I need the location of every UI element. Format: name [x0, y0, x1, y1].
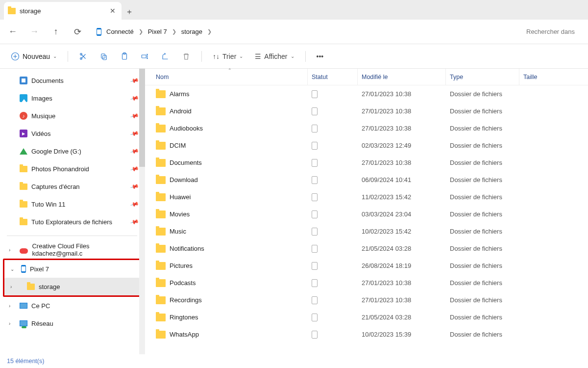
sidebar-item[interactable]: Vidéos📌	[3, 125, 141, 142]
expander-icon[interactable]: ›	[9, 247, 10, 253]
window-tab[interactable]: storage ✕	[4, 2, 122, 20]
file-name: DCIM	[170, 142, 186, 149]
copy-button[interactable]	[96, 49, 112, 64]
sidebar-item[interactable]: Images📌	[3, 89, 141, 107]
file-type: Dossier de fichiers	[450, 331, 502, 338]
folder-icon	[156, 228, 166, 236]
close-tab-icon[interactable]: ✕	[110, 7, 116, 15]
sidebar-item-label: Pixel 7	[30, 265, 49, 273]
back-button[interactable]: ←	[5, 24, 21, 40]
column-label: Statut	[312, 74, 328, 80]
breadcrumb[interactable]: Connecté ❯ Pixel 7 ❯ storage ❯	[91, 24, 514, 40]
main-area: Documents📌Images📌Musique📌Vidéos📌Google D…	[0, 69, 588, 354]
expander-icon[interactable]: ⌄	[10, 266, 14, 272]
file-modified: 27/01/2023 10:38	[362, 159, 411, 166]
table-row[interactable]: Download 06/09/2024 10:41 Dossier de fic…	[145, 171, 588, 188]
pc-icon	[20, 303, 27, 309]
sidebar-item-label: Captures d'écran	[31, 183, 80, 190]
chevron-right-icon: ❯	[207, 28, 212, 35]
table-row[interactable]: Music 10/02/2023 15:42 Dossier de fichie…	[145, 223, 588, 240]
column-label: Nom	[156, 74, 169, 80]
sidebar-divider	[7, 236, 137, 236]
sort-button[interactable]: ↑↓ Trier ⌄	[209, 50, 247, 63]
table-row[interactable]: WhatsApp 10/02/2023 15:39 Dossier de fic…	[145, 326, 588, 343]
table-row[interactable]: Pictures 26/08/2024 18:19 Dossier de fic…	[145, 257, 588, 274]
sidebar-item[interactable]: Captures d'écran📌	[3, 178, 141, 195]
sidebar-item[interactable]: Google Drive (G:)📌	[3, 142, 141, 160]
expander-icon[interactable]: ›	[9, 321, 10, 326]
table-row[interactable]: Movies 03/03/2024 23:04 Dossier de fichi…	[145, 206, 588, 223]
sidebar-tree-item[interactable]: ⌄Pixel 7	[4, 260, 140, 278]
forward-button[interactable]: →	[26, 24, 42, 40]
sidebar-tree-item[interactable]: ›storage	[4, 278, 140, 295]
file-modified: 21/05/2024 03:28	[362, 314, 411, 321]
sidebar-item[interactable]: Tuto Win 11📌	[3, 195, 141, 213]
sidebar-scrollbar[interactable]	[139, 69, 145, 354]
device-icon	[312, 245, 318, 253]
column-header-status[interactable]: Statut	[308, 69, 358, 85]
more-button[interactable]: •••	[313, 50, 328, 63]
search-input[interactable]: Rechercher dans	[520, 24, 583, 40]
breadcrumb-item[interactable]: Pixel 7	[146, 27, 169, 36]
sidebar-item-label: Musique	[31, 112, 55, 120]
table-row[interactable]: Audiobooks 27/01/2023 10:38 Dossier de f…	[145, 120, 588, 137]
file-modified: 27/01/2023 10:38	[362, 90, 411, 98]
cut-button[interactable]	[75, 49, 92, 64]
view-button[interactable]: ☰ Afficher ⌄	[251, 50, 298, 63]
table-row[interactable]: Documents 27/01/2023 10:38 Dossier de fi…	[145, 154, 588, 171]
file-modified: 06/09/2024 10:41	[362, 176, 411, 184]
sidebar-item[interactable]: Documents📌	[3, 72, 141, 89]
table-row[interactable]: Notifications 21/05/2024 03:28 Dossier d…	[145, 240, 588, 257]
sidebar-tree-item[interactable]: ›Creative Cloud Files kdachez@gmail.c	[3, 241, 141, 259]
folder-icon	[20, 166, 27, 172]
sidebar-item[interactable]: Musique📌	[3, 107, 141, 125]
column-header-type[interactable]: Type	[446, 69, 519, 85]
table-row[interactable]: Podcasts 27/01/2023 10:38 Dossier de fic…	[145, 274, 588, 291]
column-header-size[interactable]: Taille	[519, 69, 588, 85]
file-modified: 27/01/2023 10:38	[362, 107, 411, 115]
refresh-button[interactable]: ⟳	[70, 24, 85, 40]
table-row[interactable]: Recordings 27/01/2023 10:38 Dossier de f…	[145, 291, 588, 309]
table-row[interactable]: DCIM 02/03/2023 12:49 Dossier de fichier…	[145, 137, 588, 154]
paste-button[interactable]	[116, 49, 133, 64]
table-row[interactable]: Alarms 27/01/2023 10:38 Dossier de fichi…	[145, 85, 588, 103]
file-type: Dossier de fichiers	[450, 210, 502, 218]
new-tab-button[interactable]: ＋	[122, 4, 137, 20]
file-name: WhatsApp	[170, 331, 199, 338]
sidebar-item-label: Tuto Explorateurs de fichiers	[31, 218, 112, 226]
folder-icon	[8, 8, 16, 14]
table-row[interactable]: Ringtones 21/05/2024 03:28 Dossier de fi…	[145, 309, 588, 326]
sidebar-item-label: Creative Cloud Files kdachez@gmail.c	[32, 242, 138, 257]
delete-button[interactable]	[178, 49, 195, 64]
new-button-label: Nouveau	[23, 53, 50, 60]
table-row[interactable]: Android 27/01/2023 10:38 Dossier de fich…	[145, 103, 588, 120]
chevron-down-icon: ⌄	[53, 53, 57, 59]
toolbar-separator	[68, 51, 68, 62]
column-header-name[interactable]: ⌃ Nom	[152, 69, 308, 85]
device-icon	[312, 210, 318, 218]
sidebar-item[interactable]: Tuto Explorateurs de fichiers📌	[3, 213, 141, 231]
sidebar-item-label: storage	[39, 283, 60, 290]
sidebar-tree-item[interactable]: ›Ce PC	[3, 297, 141, 315]
status-bar: 15 élément(s)	[0, 354, 588, 368]
sidebar-tree-item[interactable]: ›Réseau	[3, 315, 141, 332]
sort-ascending-icon: ⌃	[228, 69, 232, 73]
expander-icon[interactable]: ›	[10, 284, 12, 289]
rename-button[interactable]	[137, 49, 153, 64]
folder-icon	[156, 296, 166, 304]
file-type: Dossier de fichiers	[450, 107, 502, 115]
device-icon	[312, 228, 318, 236]
up-button[interactable]: ↑	[48, 24, 64, 40]
toolbar: Nouveau ⌄ ↑↓ Trier ⌄ ☰ Afficher ⌄ •••	[0, 44, 588, 69]
column-header-modified[interactable]: Modifié le	[358, 69, 446, 85]
breadcrumb-root[interactable]: Connecté	[104, 27, 136, 36]
device-icon	[312, 176, 318, 184]
sidebar-item[interactable]: Photos Phonandroid📌	[3, 160, 141, 178]
expander-icon[interactable]: ›	[9, 303, 10, 309]
chevron-right-icon: ❯	[139, 28, 143, 35]
file-modified: 10/02/2023 15:42	[362, 228, 411, 235]
new-button[interactable]: Nouveau ⌄	[7, 49, 61, 64]
table-row[interactable]: Huawei 11/02/2023 15:42 Dossier de fichi…	[145, 188, 588, 206]
breadcrumb-item[interactable]: storage	[179, 27, 204, 36]
share-button[interactable]	[157, 49, 174, 64]
